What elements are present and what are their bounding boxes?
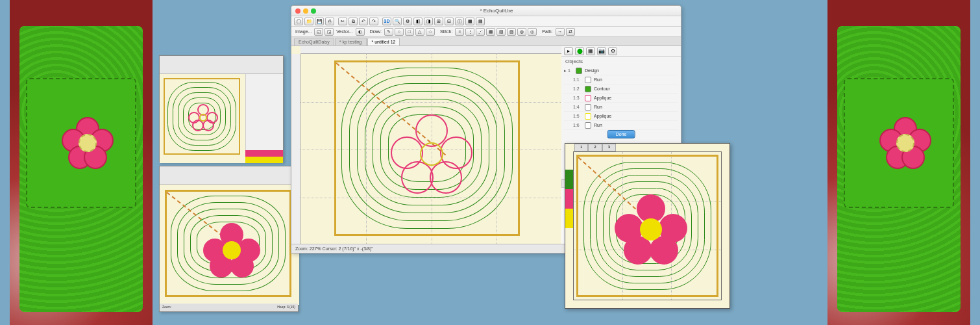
mini2-hoop: Hoop: 3 (15) <box>277 305 295 310</box>
object-row-run[interactable]: 1:6 Run <box>564 121 678 130</box>
color-swatch <box>585 122 591 129</box>
path-label: Path: <box>541 29 554 34</box>
panel-tool-icon[interactable]: ⚙ <box>608 47 617 55</box>
stitch-tool-icon[interactable]: ≡ <box>455 28 464 36</box>
window-title: * EchoQuilt.be <box>316 8 677 14</box>
undo-icon[interactable]: ↶ <box>359 18 368 25</box>
tool-icon[interactable]: ◫ <box>455 18 464 25</box>
tool-icon[interactable]: ⊞ <box>434 18 443 25</box>
draw-tool-icon[interactable]: △ <box>415 28 424 36</box>
stitch-label: Stitch: <box>439 29 454 34</box>
tab-echoquiltdaisy[interactable]: EchoQuiltDaisy <box>294 38 334 46</box>
color-swatch <box>585 104 591 110</box>
done-button[interactable]: Done <box>607 130 635 138</box>
canvas[interactable] <box>300 54 562 245</box>
circle-icon <box>585 113 591 120</box>
tool-icon[interactable]: ◧ <box>413 18 423 25</box>
minimize-button[interactable] <box>303 8 308 14</box>
redo-icon[interactable]: ↷ <box>369 18 378 25</box>
product-photo-left <box>10 0 153 325</box>
palette-yellow[interactable] <box>565 209 573 228</box>
panel-tool-icon[interactable]: ⬤ <box>575 47 584 55</box>
design-workspace[interactable] <box>291 46 563 245</box>
object-row-run[interactable]: 1:1 Run <box>564 75 678 84</box>
panel-tool-icon[interactable]: ▦ <box>586 47 595 55</box>
draw-tool-icon[interactable]: ○ <box>395 28 404 36</box>
zoom-icon[interactable]: 🔍 <box>393 18 402 25</box>
status-zoom-cursor: Zoom: 227% Cursor: 2 (7/16)" x -(3/8)" <box>295 246 373 251</box>
palette-pink[interactable] <box>565 189 573 209</box>
image-tool-icon[interactable]: ◲ <box>325 28 334 36</box>
stitch-tool-icon[interactable]: ⋮ <box>465 28 474 36</box>
vector-button[interactable]: Vector... <box>335 29 354 34</box>
object-row-contour[interactable]: 1:2 Contour <box>564 84 678 94</box>
path-tool-icon[interactable]: ⇄ <box>566 28 575 36</box>
preview-tab[interactable]: 2 <box>588 144 602 151</box>
mini-screenshot-bottom: Zoom: Hoop: 3 (15) <box>159 166 299 312</box>
stitch-tool-icon[interactable]: ◎ <box>528 28 537 36</box>
path-tool-icon[interactable]: → <box>556 28 565 36</box>
object-row-applique[interactable]: 1:3 Applique <box>564 94 678 103</box>
save-icon[interactable]: 💾 <box>315 18 324 25</box>
draw-label: Draw: <box>369 29 383 34</box>
tool-icon[interactable]: ⊟ <box>445 18 454 25</box>
color-swatch <box>585 77 591 83</box>
copy-icon[interactable]: ⧉ <box>349 18 358 25</box>
new-icon[interactable]: ▢ <box>294 18 303 25</box>
vector-tool-icon[interactable]: ◐ <box>356 28 365 36</box>
objects-panel-title: Objects <box>561 57 681 66</box>
ruler-vertical <box>291 54 300 245</box>
objects-tree[interactable]: ▸ 1 Design 1:1 Run 1:2 Contour 1:3 Appli… <box>561 66 681 130</box>
tab-kp-testing[interactable]: * kp testing <box>335 38 367 46</box>
draw-tool-icon[interactable]: ☆ <box>426 28 435 36</box>
image-tool-icon[interactable]: ◱ <box>314 28 323 36</box>
cut-icon[interactable]: ✂ <box>338 18 347 25</box>
stitch-tool-icon[interactable]: ▦ <box>486 28 495 36</box>
preview-large: 1 2 3 <box>565 143 730 309</box>
preview-canvas <box>573 151 722 300</box>
stitch-tool-icon[interactable]: ▨ <box>496 28 506 36</box>
open-icon[interactable]: 📁 <box>304 18 313 25</box>
print-icon[interactable]: ⎙ <box>325 18 334 25</box>
tool-icon[interactable]: ⚙ <box>403 18 412 25</box>
palette-green[interactable] <box>565 170 573 189</box>
close-button[interactable] <box>295 8 300 14</box>
stitch-tool-icon[interactable]: ▧ <box>507 28 516 36</box>
secondary-toolbar: Image... ◱ ◲ Vector... ◐ Draw: ✎ ○ □ △ ☆… <box>291 27 681 37</box>
tool-icon[interactable]: ◨ <box>424 18 433 25</box>
color-swatch <box>585 86 591 92</box>
mini-screenshot-top <box>159 55 284 162</box>
panel-expand-icon[interactable]: ▸ <box>564 47 573 55</box>
tool-icon[interactable]: ▦ <box>465 18 474 25</box>
stitch-tool-icon[interactable]: ⋰ <box>476 28 485 36</box>
draw-tool-icon[interactable]: □ <box>405 28 414 36</box>
tab-untitled-12[interactable]: * untitled 12 <box>367 38 400 46</box>
image-button[interactable]: Image... <box>294 29 313 34</box>
product-photo-right <box>827 0 970 325</box>
draw-tool-icon[interactable]: ✎ <box>384 28 393 36</box>
3d-icon[interactable]: 3D <box>382 18 391 25</box>
color-swatch <box>576 68 582 74</box>
document-tabs: EchoQuiltDaisy * kp testing * untitled 1… <box>291 37 681 46</box>
preview-tab[interactable]: 3 <box>602 144 616 151</box>
stitch-tool-icon[interactable]: ◍ <box>517 28 526 36</box>
object-row-design[interactable]: ▸ 1 Design <box>564 66 678 75</box>
titlebar[interactable]: * EchoQuilt.be <box>291 6 681 16</box>
object-row-run[interactable]: 1:4 Run <box>564 103 678 112</box>
panel-tool-icon[interactable]: 📷 <box>597 47 606 55</box>
flower-icon <box>585 95 591 101</box>
main-toolbar: ▢ 📁 💾 ⎙ ✂ ⧉ ↶ ↷ 3D 🔍 ⚙ ◧ ◨ ⊞ ⊟ ◫ ▦ ▤ <box>291 16 681 27</box>
preview-tab[interactable]: 1 <box>574 144 588 151</box>
object-row-applique[interactable]: 1:5 Applique <box>564 112 678 121</box>
maximize-button[interactable] <box>311 8 316 14</box>
mini2-zoom: Zoom: <box>162 305 171 310</box>
ruler-horizontal <box>300 46 562 54</box>
tool-icon[interactable]: ▤ <box>476 18 485 25</box>
